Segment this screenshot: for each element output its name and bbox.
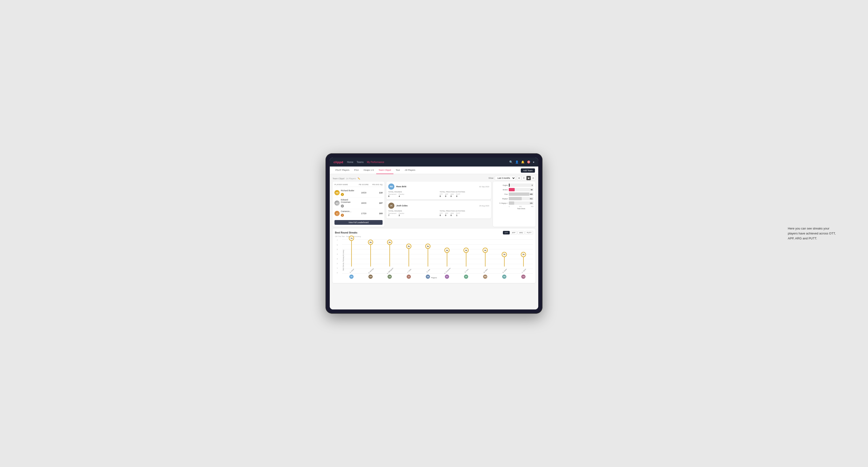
target-icon[interactable]: 🎯 — [527, 160, 530, 164]
list-view-btn[interactable]: ☰ — [522, 176, 526, 180]
player-avatar[interactable]: CQ — [521, 275, 526, 279]
streak-line — [351, 238, 352, 267]
ott-val: 0 — [440, 195, 443, 197]
y-tick: 6 — [337, 244, 338, 246]
bar-label: Birdies — [495, 189, 508, 191]
player-name-group: Cameron... 3 — [341, 210, 351, 217]
settings-view-btn[interactable]: ⊟ — [531, 176, 535, 180]
practice-col: Practice 2 — [399, 213, 404, 217]
player-avatar[interactable]: MM — [483, 275, 487, 279]
person-icon[interactable]: 👤 — [515, 160, 519, 164]
bar-track: 499 — [509, 192, 533, 196]
col-pb-score: PB SCORE — [356, 184, 371, 186]
streak-line — [390, 242, 390, 267]
practice-activities-label: Total Practice Activities — [440, 191, 489, 193]
player-avatar[interactable]: EC — [445, 275, 449, 279]
player-avatar[interactable]: RB — [502, 275, 506, 279]
avatar: JC — [388, 203, 394, 209]
subnav-team-clippd[interactable]: Team Clippd — [376, 166, 394, 174]
team-header: Team Clippd 14 Players ✏️ Show Last 3 mo… — [333, 176, 535, 180]
nav-teams[interactable]: Teams — [356, 161, 364, 163]
avatar: RB — [335, 190, 340, 195]
tournament-label: Tournament — [388, 193, 396, 195]
player-column: 4xE. CrossmanEC — [438, 239, 456, 274]
y-tick: 5 — [337, 249, 338, 250]
pb-score: 18/20 — [356, 202, 371, 204]
streak-bubble: 3x — [521, 252, 526, 257]
search-icon[interactable]: 🔍 — [509, 160, 513, 164]
tablet-device: clippd Home Teams My Performance 🔍 👤 🔔 🎯… — [326, 153, 542, 314]
bar-row-birdies: Birdies 96 — [495, 188, 533, 191]
card-player-name[interactable]: Josh Coles — [396, 205, 408, 207]
player-card: JC Josh Coles 26 Aug 2023 Total Rounds T… — [386, 201, 491, 218]
player-avatar[interactable]: BM — [368, 275, 373, 279]
ott-val: 0 — [440, 214, 443, 217]
practice-label: Practice — [399, 193, 404, 195]
player-column: 4xD. FordDF — [458, 239, 475, 274]
card-date: 26 Aug 2023 — [479, 205, 489, 207]
activities-row: OTT 0 APP 0 ARG 0 — [440, 213, 489, 217]
filter-ott[interactable]: OTT — [503, 231, 510, 235]
player-name-label: B. McHerg — [368, 268, 374, 274]
player-column: 3xC. QuickCQ — [515, 239, 532, 274]
filter-app[interactable]: APP — [510, 231, 517, 235]
streak-bubble: 7x — [349, 236, 354, 241]
player-column: 3xR. ButlerRB — [496, 239, 513, 274]
nav-my-performance[interactable]: My Performance — [367, 161, 384, 163]
player-avatar[interactable]: EE — [349, 275, 353, 279]
player-name[interactable]: Richard Butler — [341, 189, 354, 192]
grid-view-btn[interactable]: ⊞ — [517, 176, 521, 180]
putt-val: 0 — [456, 195, 460, 197]
subnav-tour[interactable]: Tour — [394, 166, 402, 174]
card-top: JC Josh Coles 26 Aug 2023 — [388, 203, 489, 209]
subnav-pga[interactable]: PGA — [352, 166, 361, 174]
player-avatar[interactable]: DB — [388, 275, 392, 279]
streak-bubble: 4x — [464, 248, 469, 253]
bar-row-pars: Pars 499 — [495, 192, 533, 196]
avatar-icon[interactable]: ● — [533, 160, 534, 164]
arg-val: 0 — [451, 195, 454, 197]
y-tick: 4 — [337, 253, 338, 255]
rank-badge: 3 — [341, 214, 344, 217]
col-player-name: PLAYER NAME — [335, 184, 356, 186]
subnav-hcaps[interactable]: Hcaps 1-5 — [361, 166, 376, 174]
player-column: 5xJ. ColesJC — [400, 239, 417, 274]
bar-chart-panel: Eagles 3 Birdies 96 — [493, 182, 535, 227]
player-cards: RB Rees Britt 02 Sep 2023 Total Rounds T… — [386, 182, 491, 227]
y-tick: 1 — [337, 267, 338, 269]
practice-activities-label: Total Practice Activities — [440, 210, 489, 212]
add-team-button[interactable]: Add Team — [521, 168, 535, 173]
player-avatar[interactable]: RB — [426, 275, 430, 279]
player-avatar[interactable]: JC — [407, 275, 411, 279]
view-full-leaderboard-button[interactable]: View Full Leaderboard — [335, 220, 382, 225]
subnav-pgat[interactable]: PGAT Players — [333, 166, 352, 174]
period-select[interactable]: Last 3 months — [495, 176, 516, 180]
player-name-group: Richard Butler 1 — [341, 189, 354, 196]
bar-track: 96 — [509, 188, 533, 191]
player-column: 6xB. McHergBM — [362, 239, 379, 274]
nav-home[interactable]: Home — [347, 161, 353, 163]
rank-badge: 1 — [341, 193, 344, 196]
card-player-name[interactable]: Rees Britt — [396, 185, 406, 188]
card-view-btn[interactable]: ▣ — [526, 176, 531, 180]
rounds-row: Tournament 7 Practice 2 — [388, 213, 438, 217]
player-name-label: C. Quick — [522, 269, 526, 273]
player-name[interactable]: Edward Crossman — [341, 198, 356, 203]
bar-track: 131 — [509, 201, 533, 205]
putt-label: PUTT — [456, 193, 460, 195]
player-avatar[interactable]: DF — [464, 275, 468, 279]
filter-arg[interactable]: ARG — [518, 231, 525, 235]
main-content: Team Clippd 14 Players ✏️ Show Last 3 mo… — [330, 174, 538, 309]
filter-putt[interactable]: PUTT — [525, 231, 533, 235]
streak-bubble: 6x — [368, 240, 373, 245]
bell-icon[interactable]: 🔔 — [521, 160, 525, 164]
subnav-all-players[interactable]: All Players — [402, 166, 418, 174]
player-name[interactable]: Cameron... — [341, 210, 351, 213]
pb-score: 19/20 — [356, 191, 371, 194]
edit-icon[interactable]: ✏️ — [358, 177, 360, 180]
putt-col: PUTT 0 — [456, 193, 460, 197]
bar-label: D. Bogeys + — [495, 203, 508, 204]
streaks-header: Best Round Streaks OTT APP ARG PUTT — [335, 231, 533, 235]
y-axis-ticks: 7 6 5 4 3 2 1 0 — [337, 239, 338, 274]
annotation-container: Here you can see streaks your players ha… — [788, 226, 840, 241]
